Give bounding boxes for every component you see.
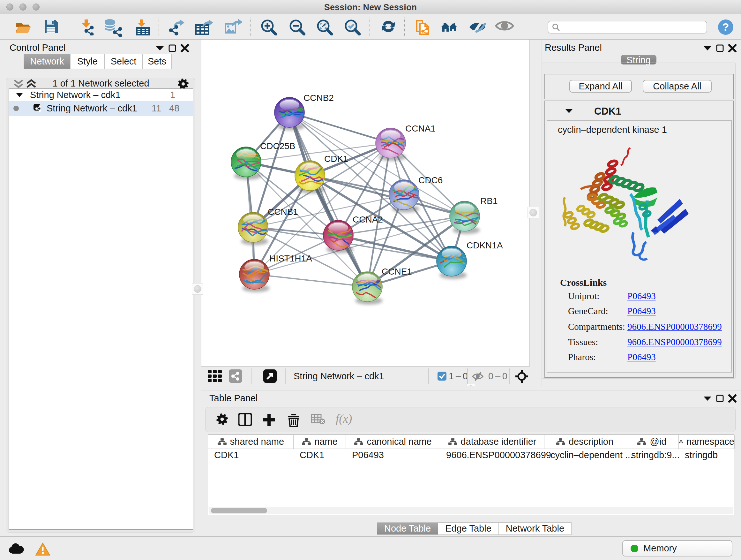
svg-text:CCNA2: CCNA2 (353, 214, 383, 225)
svg-text:CDC6: CDC6 (418, 175, 443, 185)
svg-text:CDC25B: CDC25B (260, 141, 295, 151)
svg-text:CDK1: CDK1 (324, 154, 348, 164)
svg-text:CCNB2: CCNB2 (304, 93, 334, 103)
svg-text:CCNB1: CCNB1 (268, 207, 298, 217)
svg-text:HIST1H1A: HIST1H1A (269, 253, 312, 263)
svg-text:CDKN1A: CDKN1A (467, 240, 503, 250)
svg-text:RB1: RB1 (480, 196, 497, 206)
svg-text:CCNA1: CCNA1 (405, 124, 435, 133)
svg-text:CCNE1: CCNE1 (382, 266, 412, 276)
svg-text:?: ? (723, 21, 729, 33)
